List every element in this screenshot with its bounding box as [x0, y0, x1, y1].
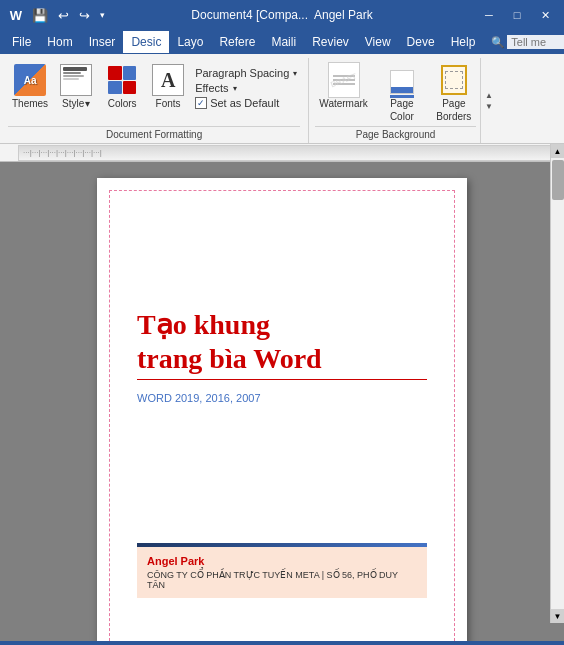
set-as-default-label: Set as Default: [210, 97, 279, 109]
save-icon[interactable]: 💾: [30, 8, 50, 23]
title-bar-left: W 💾 ↩ ↪ ▾: [8, 7, 107, 23]
page-subtitle: WORD 2019, 2016, 2007: [137, 392, 427, 404]
canvas-area: Tạo khung trang bìa Word WORD 2019, 2016…: [0, 162, 564, 641]
ribbon-scroll: ▲ ▼: [483, 58, 497, 143]
page-borders-label: Page: [442, 98, 465, 109]
page-borders-button[interactable]: Page Borders: [432, 62, 476, 124]
menu-home[interactable]: Hom: [39, 31, 80, 53]
watermark-icon: DRAFT: [328, 64, 360, 96]
footer-company: CÔNG TY CỔ PHẦN TRỰC TUYẾN META | SỐ 56,…: [147, 570, 417, 590]
close-btn[interactable]: ✕: [534, 4, 556, 26]
style-set-label2: ▾: [85, 98, 90, 109]
set-as-default-checkbox: ✓: [195, 97, 207, 109]
word-icon: W: [8, 7, 24, 23]
menu-tellme[interactable]: 🔍: [483, 31, 564, 53]
fonts-icon: A: [152, 64, 184, 96]
watermark-label: Watermark: [319, 98, 368, 109]
page-title-line2: trang bìa Word: [137, 343, 322, 374]
watermark-button[interactable]: DRAFT Watermark: [315, 62, 372, 111]
menu-bar: File Hom Inser Desic Layo Refere Maili R…: [0, 30, 564, 54]
footer-name: Angel Park: [147, 555, 417, 567]
menu-references[interactable]: Refere: [211, 31, 263, 53]
colors-label: Colors: [108, 98, 137, 109]
menu-view[interactable]: View: [357, 31, 399, 53]
fonts-label: Fonts: [156, 98, 181, 109]
scroll-down-btn[interactable]: ▼: [551, 609, 564, 623]
horizontal-ruler: ···|···|···|···|···|···|···|···|···|: [0, 144, 564, 162]
ribbon-scroll-up[interactable]: ▲: [485, 91, 493, 100]
style-set-img: [60, 64, 92, 96]
menu-developer[interactable]: Deve: [399, 31, 443, 53]
page-borders-label2: Borders: [436, 111, 471, 122]
paragraph-spacing-btn[interactable]: Paragraph Spacing ▾: [192, 66, 300, 80]
formatting-small-group: Paragraph Spacing ▾ Effects ▾ ✓ Set as D…: [192, 62, 300, 110]
themes-icon-img: Aa: [14, 64, 46, 96]
page-borders-icon: [438, 64, 470, 96]
document-page: Tạo khung trang bìa Word WORD 2019, 2016…: [97, 178, 467, 641]
document-area: Tạo khung trang bìa Word WORD 2019, 2016…: [0, 162, 564, 641]
page-bg-items: DRAFT Watermark: [315, 58, 476, 124]
customize-icon[interactable]: ▾: [98, 10, 107, 20]
menu-help[interactable]: Help: [443, 31, 484, 53]
vertical-scrollbar: ▲ ▼: [550, 162, 564, 623]
themes-icon: Aa: [14, 64, 46, 96]
menu-design[interactable]: Desic: [123, 31, 169, 53]
paragraph-spacing-arrow: ▾: [293, 69, 297, 78]
page-color-label2: Color: [390, 111, 414, 122]
ribbon-content: Aa Themes: [0, 54, 564, 143]
menu-mailings[interactable]: Maili: [263, 31, 304, 53]
menu-layout[interactable]: Layo: [169, 31, 211, 53]
doc-formatting-label: Document Formatting: [8, 126, 300, 143]
page-title: Tạo khung trang bìa Word: [137, 308, 427, 375]
redo-icon[interactable]: ↪: [77, 8, 92, 23]
colors-button[interactable]: Colors: [100, 62, 144, 111]
undo-icon[interactable]: ↩: [56, 8, 71, 23]
ribbon-group-doc-formatting: Aa Themes: [4, 58, 309, 143]
scroll-track: [551, 162, 564, 609]
main-area: ▲ ▼ Tạo khung trang bìa Word WORD 2019, …: [0, 162, 564, 641]
ruler-label: ···|···|···|···|···|···|···|···|···|: [19, 148, 102, 157]
menu-insert[interactable]: Inser: [81, 31, 124, 53]
user-name: Angel Park: [314, 8, 373, 22]
paragraph-spacing-label: Paragraph Spacing: [195, 67, 289, 79]
colors-icon: [106, 64, 138, 96]
doc-title: Document4 [Compa...: [191, 8, 308, 22]
effects-label: Effects: [195, 82, 228, 94]
ribbon-group-page-background: DRAFT Watermark: [311, 58, 481, 143]
effects-btn[interactable]: Effects ▾: [192, 81, 300, 95]
ribbon-scroll-down[interactable]: ▼: [485, 102, 493, 111]
scroll-thumb[interactable]: [552, 162, 564, 200]
page-bg-label: Page Background: [315, 126, 476, 143]
page-footer: Angel Park CÔNG TY CỔ PHẦN TRỰC TUYẾN ME…: [137, 543, 427, 598]
style-set-label: Style: [62, 98, 84, 109]
fonts-button[interactable]: A Fonts: [146, 62, 190, 111]
set-as-default-btn[interactable]: ✓ Set as Default: [192, 96, 300, 110]
footer-beige-box: Angel Park CÔNG TY CỔ PHẦN TRỰC TUYẾN ME…: [137, 547, 427, 598]
title-bar: W 💾 ↩ ↪ ▾ Document4 [Compa... Angel Park…: [0, 0, 564, 30]
maximize-btn[interactable]: □: [506, 4, 528, 26]
themes-label: Themes: [12, 98, 48, 109]
minimize-btn[interactable]: ─: [478, 4, 500, 26]
status-bar: Page 1 of 3 249 words Display Settings 🖹…: [0, 641, 564, 645]
doc-formatting-items: Aa Themes: [8, 58, 300, 124]
page-color-icon: [386, 64, 418, 96]
fonts-icon-img: A: [152, 64, 184, 96]
menu-review[interactable]: Reviev: [304, 31, 357, 53]
page-title-line1: Tạo khung: [137, 309, 270, 340]
page-color-label: Page: [390, 98, 413, 109]
style-set-button[interactable]: Style ▾: [54, 62, 98, 111]
ribbon: Aa Themes: [0, 54, 564, 144]
window-controls: ─ □ ✕: [478, 4, 556, 26]
page-color-button[interactable]: Page Color: [380, 62, 424, 124]
themes-button[interactable]: Aa Themes: [8, 62, 52, 111]
menu-file[interactable]: File: [4, 31, 39, 53]
effects-arrow: ▾: [233, 84, 237, 93]
title-underline: [137, 379, 427, 380]
style-set-icon: [60, 64, 92, 96]
tell-me-input[interactable]: [507, 35, 564, 49]
